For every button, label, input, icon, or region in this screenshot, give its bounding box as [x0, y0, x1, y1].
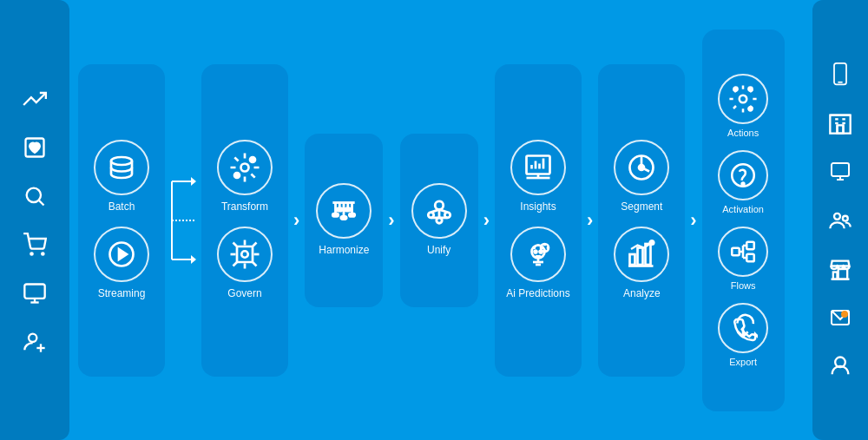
svg-point-48 [241, 251, 248, 258]
harmonize-item: Harmonize [316, 183, 372, 258]
svg-rect-77 [526, 155, 549, 174]
svg-point-5 [30, 253, 32, 254]
svg-point-68 [435, 201, 444, 210]
transform-label: Transform [221, 200, 268, 214]
insights-label: Insights [520, 200, 556, 214]
govern-label: Govern [227, 287, 261, 301]
svg-point-33 [842, 312, 847, 317]
arrow-2: › [388, 209, 394, 232]
svg-line-56 [253, 262, 257, 266]
profile-icon[interactable] [825, 351, 855, 381]
transform-item: Transform [217, 140, 273, 214]
email-icon[interactable] [825, 303, 855, 332]
svg-rect-98 [638, 247, 643, 265]
segment-item: Segment [614, 140, 669, 214]
svg-rect-110 [746, 253, 754, 261]
svg-rect-63 [333, 213, 339, 216]
analyze-label: Analyze [623, 287, 661, 301]
svg-point-101 [650, 240, 654, 245]
analyze-item: Analyze [614, 227, 669, 301]
svg-rect-47 [237, 246, 253, 262]
svg-rect-18 [838, 125, 844, 133]
flows-label: Flows [731, 280, 756, 291]
export-item: Export [718, 303, 768, 367]
svg-marker-42 [191, 177, 196, 186]
arrow-3: › [483, 209, 490, 232]
ai-predictions-icon [510, 227, 566, 282]
search-icon[interactable] [18, 180, 51, 213]
transform-icon [217, 140, 273, 195]
svg-line-54 [253, 242, 257, 246]
govern-icon [217, 227, 273, 282]
actions-icon [718, 74, 768, 124]
harmonize-label: Harmonize [319, 244, 369, 258]
svg-rect-67 [345, 208, 351, 211]
ai-predictions-item: Ai Predictions [506, 227, 569, 301]
svg-point-103 [734, 87, 738, 90]
unify-label: Unify [427, 244, 450, 258]
activation-icon [718, 150, 768, 200]
right-sidebar [812, 0, 868, 440]
svg-rect-13 [834, 62, 846, 84]
streaming-item: Streaming [94, 227, 149, 301]
svg-line-53 [233, 242, 238, 246]
svg-rect-65 [350, 213, 355, 216]
svg-point-46 [234, 173, 240, 178]
segment-icon [614, 140, 669, 195]
svg-rect-97 [630, 254, 635, 265]
segment-column: Segment Analyze [598, 64, 685, 377]
chart-icon[interactable] [18, 82, 51, 115]
activation-label: Activation [722, 204, 764, 214]
cart-icon[interactable] [18, 228, 51, 261]
harmonize-icon [316, 183, 372, 239]
unify-column: Unify [400, 134, 478, 307]
svg-point-6 [42, 253, 43, 254]
svg-point-102 [740, 95, 747, 102]
svg-rect-29 [833, 272, 838, 279]
svg-marker-43 [191, 255, 196, 264]
batch-item: Batch [94, 140, 149, 214]
user-group-icon[interactable] [825, 206, 855, 235]
flows-item: Flows [718, 227, 768, 291]
arrow-1: › [293, 209, 299, 232]
ai-predictions-label: Ai Predictions [506, 287, 569, 301]
svg-point-27 [834, 213, 840, 219]
svg-point-45 [250, 157, 255, 162]
svg-point-44 [241, 163, 249, 171]
svg-line-55 [233, 262, 238, 266]
batch-icon [94, 140, 149, 195]
monitor-icon[interactable] [18, 277, 51, 310]
segment-label: Segment [621, 200, 662, 214]
svg-rect-109 [746, 241, 754, 249]
batch-label: Batch [108, 200, 135, 214]
transform-column: Transform Govern [201, 64, 288, 377]
svg-rect-108 [732, 247, 740, 255]
unify-icon [411, 183, 467, 239]
desktop-icon[interactable] [825, 157, 855, 187]
export-label: Export [729, 357, 757, 367]
govern-item: Govern [217, 227, 273, 301]
export-icon [718, 303, 768, 353]
svg-point-96 [639, 165, 644, 170]
left-sidebar [0, 0, 69, 440]
arrow-5: › [690, 209, 696, 232]
mobile-icon[interactable] [825, 60, 855, 89]
building-icon[interactable] [825, 108, 855, 138]
user-add-icon[interactable] [18, 325, 51, 358]
svg-rect-64 [341, 216, 346, 219]
streaming-icon [94, 227, 149, 282]
svg-point-107 [742, 182, 745, 185]
svg-point-10 [29, 333, 36, 341]
image-heart-icon[interactable] [18, 131, 51, 164]
insights-column: Insights [495, 64, 582, 377]
harmonize-column: Harmonize [305, 134, 383, 307]
svg-rect-7 [24, 284, 44, 298]
insights-icon [510, 140, 566, 195]
arrow-4: › [587, 209, 593, 232]
svg-point-105 [749, 107, 753, 110]
svg-line-4 [38, 200, 43, 205]
unify-item: Unify [411, 183, 467, 258]
store-icon[interactable] [825, 254, 855, 284]
svg-rect-24 [832, 163, 849, 176]
svg-marker-37 [119, 249, 127, 259]
